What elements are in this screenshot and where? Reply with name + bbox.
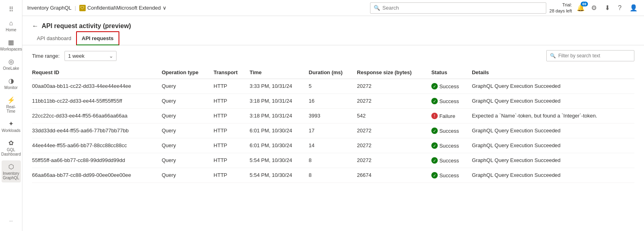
back-button[interactable]: ←	[32, 22, 38, 30]
workspaces-icon: ▦	[8, 38, 14, 46]
sidebar-more[interactable]: ...	[2, 215, 21, 225]
download-button[interactable]: ⬇	[603, 2, 612, 13]
cell-request-id: 00aa00aa-bb11-cc22-dd33-44ee44ee44ee	[32, 79, 162, 94]
sidebar-item-label: Workspaces	[0, 47, 22, 51]
table-row[interactable]: 55ff55ff-aa66-bb77-cc88-99dd99dd99dd Que…	[32, 153, 634, 168]
realtime-icon: ⚡	[7, 96, 15, 104]
sidebar-item-label: GQL Dashboard	[1, 148, 21, 156]
sidebar-item-label: Monitor	[4, 85, 18, 90]
time-range-select[interactable]: 1 week 1 day 1 month	[64, 51, 117, 61]
filter-search-input[interactable]	[558, 53, 631, 59]
cell-status: ✓Success	[431, 79, 472, 94]
col-transport: Transport	[213, 66, 250, 79]
cell-duration: 17	[309, 124, 357, 138]
sidebar-item-monitor[interactable]: ◑ Monitor	[2, 75, 21, 92]
cell-operation-type: Query	[162, 153, 214, 168]
cell-duration: 5	[309, 79, 357, 94]
status-label: Success	[439, 172, 459, 178]
cell-time: 3:33 PM, 10/31/24	[250, 79, 309, 94]
cell-operation-type: Query	[162, 168, 214, 183]
table-row[interactable]: 00aa00aa-bb11-cc22-dd33-44ee44ee44ee Que…	[32, 79, 634, 94]
cell-details: GraphQL Query Execution Succeeded	[472, 94, 634, 109]
search-input[interactable]	[382, 5, 543, 11]
sidebar-item-label: Real-Time	[3, 105, 19, 113]
success-icon: ✓	[431, 142, 438, 149]
page-header: ← API request activity (preview)	[22, 16, 644, 30]
global-search-bar[interactable]: 🔍	[370, 2, 546, 14]
cell-response-size: 542	[357, 109, 431, 124]
settings-button[interactable]: ⚙	[590, 2, 598, 13]
table-row[interactable]: 22cc22cc-dd33-ee44-ff55-66aa66aa66aa Que…	[32, 109, 634, 124]
monitor-icon: ◑	[8, 77, 14, 85]
cell-status: ✓Success	[431, 153, 472, 168]
profile-button[interactable]: 👤	[628, 2, 639, 13]
sidebar-item-gqldashboard[interactable]: ✿ GQL Dashboard	[2, 137, 21, 159]
status-label: Success	[439, 128, 459, 134]
sidebar-dots-top[interactable]: ⠿	[2, 3, 21, 16]
sidebar-item-realtime[interactable]: ⚡ Real-Time	[2, 94, 21, 116]
sidebar-item-inventorygraphql[interactable]: ⬡ Inventory GraphQL	[2, 160, 21, 182]
cell-duration: 16	[309, 94, 357, 109]
cell-details: GraphQL Query Execution Succeeded	[472, 124, 634, 138]
time-range-wrapper[interactable]: 1 week 1 day 1 month	[64, 51, 117, 61]
home-icon: ⌂	[9, 20, 13, 27]
col-request-id: Request ID	[32, 66, 162, 79]
topbar-right: Trial: 28 days left 🔔 69 ⚙ ⬇ ? 👤	[549, 2, 639, 14]
cell-time: 6:01 PM, 10/30/24	[250, 138, 309, 153]
workspace-selector[interactable]: 🛡 Confidential\Microsoft Extended ∨	[79, 5, 167, 11]
cell-response-size: 20272	[357, 94, 431, 109]
cell-request-id: 33dd33dd-ee44-ff55-aa66-77bb77bb77bb	[32, 124, 162, 138]
search-icon: 🔍	[374, 5, 380, 11]
cell-status: ✓Success	[431, 124, 472, 138]
table-row[interactable]: 11bb11bb-cc22-dd33-ee44-55ff55ff55ff Que…	[32, 94, 634, 109]
sidebar: ⠿ ⌂ Home ▦ Workspaces ◎ OneLake ◑ Monito…	[0, 0, 22, 231]
success-icon: ✓	[431, 98, 438, 104]
table-body: 00aa00aa-bb11-cc22-dd33-44ee44ee44ee Que…	[32, 79, 634, 183]
sidebar-item-label: Home	[6, 28, 16, 32]
sidebar-item-onelake[interactable]: ◎ OneLake	[2, 55, 21, 73]
tab-bar: API dashboard API requests	[22, 31, 644, 45]
cell-request-id: 66aa66aa-bb77-cc88-dd99-00ee00ee00ee	[32, 168, 162, 183]
table-row[interactable]: 44ee44ee-ff55-aa66-bb77-88cc88cc88cc Que…	[32, 138, 634, 153]
page-title: API request activity (preview)	[42, 22, 131, 30]
cell-transport: HTTP	[213, 94, 250, 109]
cell-time: 3:18 PM, 10/31/24	[250, 109, 309, 124]
cell-details: Expected a `Name`-token, but found a `In…	[472, 109, 634, 124]
cell-details: GraphQL Query Execution Succeeded	[472, 168, 634, 183]
tab-api-dashboard[interactable]: API dashboard	[32, 32, 76, 45]
sidebar-item-workloads[interactable]: ✦ Workloads	[2, 118, 21, 135]
help-button[interactable]: ?	[616, 3, 623, 13]
cell-response-size: 20272	[357, 153, 431, 168]
sidebar-item-home[interactable]: ⌂ Home	[2, 17, 21, 34]
cell-duration: 8	[309, 168, 357, 183]
cell-transport: HTTP	[213, 79, 250, 94]
cell-status: ✓Success	[431, 94, 472, 109]
notification-button[interactable]: 🔔 69	[577, 4, 585, 12]
gql-icon: ✿	[8, 139, 14, 147]
status-label: Failure	[439, 113, 455, 119]
inventory-icon: ⬡	[8, 163, 14, 170]
content-area: ← API request activity (preview) API das…	[22, 16, 644, 231]
cell-response-size: 20272	[357, 124, 431, 138]
trial-line1: Trial:	[549, 2, 572, 8]
status-label: Success	[439, 83, 459, 89]
success-icon: ✓	[431, 172, 438, 178]
col-details: Details	[472, 66, 634, 79]
cell-duration: 14	[309, 138, 357, 153]
cell-operation-type: Query	[162, 124, 214, 138]
status-label: Success	[439, 143, 459, 149]
table-row[interactable]: 33dd33dd-ee44-ff55-aa66-77bb77bb77bb Que…	[32, 124, 634, 138]
separator: |	[75, 5, 76, 11]
grid-icon: ⠿	[9, 6, 14, 13]
col-duration: Duration (ms)	[309, 66, 357, 79]
filter-search-bar[interactable]: 🔍	[546, 50, 634, 61]
sidebar-item-label: Inventory GraphQL	[3, 171, 19, 180]
success-icon: ✓	[431, 157, 438, 164]
cell-transport: HTTP	[213, 109, 250, 124]
cell-details: GraphQL Query Execution Succeeded	[472, 153, 634, 168]
table-row[interactable]: 66aa66aa-bb77-cc88-dd99-00ee00ee00ee Que…	[32, 168, 634, 183]
cell-transport: HTTP	[213, 138, 250, 153]
sidebar-item-workspaces[interactable]: ▦ Workspaces	[2, 36, 21, 54]
cell-status: ✓Success	[431, 138, 472, 153]
tab-api-requests[interactable]: API requests	[76, 31, 119, 45]
